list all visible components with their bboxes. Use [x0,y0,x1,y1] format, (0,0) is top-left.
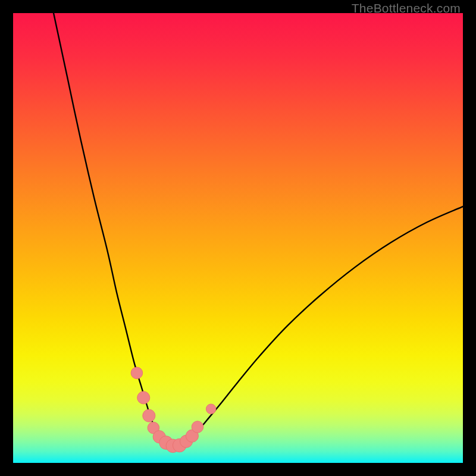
valley-marker [206,404,216,414]
curve-group [54,13,463,448]
watermark-text: TheBottleneck.com [352,1,461,15]
chart-svg [13,13,463,463]
valley-marker [131,367,143,379]
curve-left_curve [54,13,173,448]
marker-group [131,367,216,453]
valley-marker [137,392,150,404]
valley-marker [143,409,155,422]
curve-right_curve [173,206,463,448]
plot-area [13,13,463,463]
outer-frame: TheBottleneck.com [0,0,476,476]
valley-marker [192,421,203,433]
